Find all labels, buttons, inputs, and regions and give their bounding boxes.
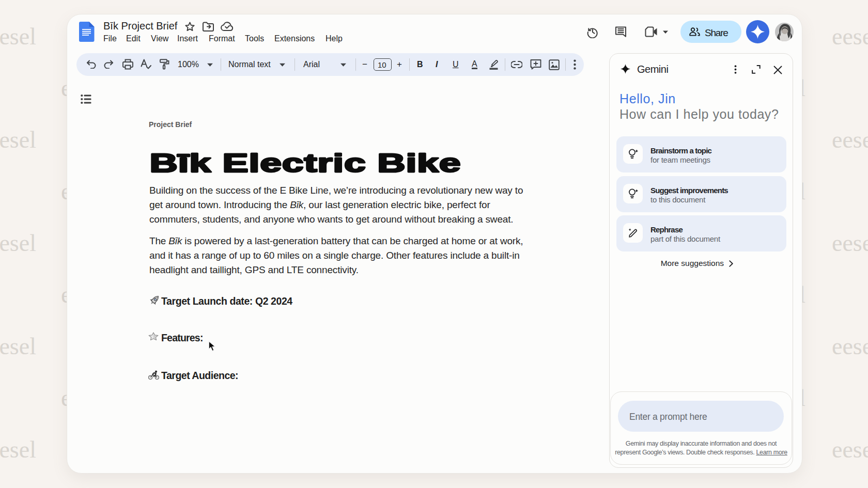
svg-text:Bīk Electric Bike: Bīk Electric Bike (150, 149, 461, 178)
